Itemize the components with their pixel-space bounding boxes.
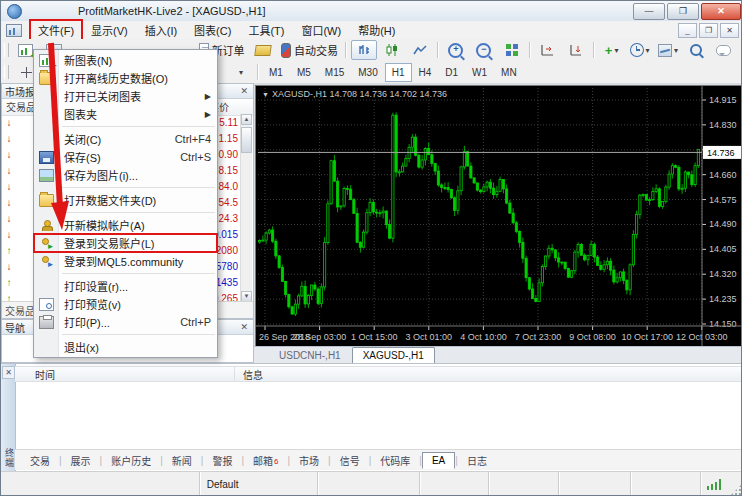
toolbar-grip[interactable] bbox=[4, 43, 9, 57]
line-chart-button[interactable] bbox=[407, 40, 433, 60]
mailbox-button[interactable] bbox=[250, 40, 276, 60]
chat-button[interactable] bbox=[711, 40, 737, 60]
terminal-tab[interactable]: 代码库 bbox=[371, 451, 419, 470]
terminal-close-icon[interactable]: ✕ bbox=[2, 366, 15, 379]
file-menu-item[interactable]: 开新模拟帐户(A) bbox=[34, 216, 217, 234]
terminal-tab[interactable]: 邮箱6 bbox=[244, 451, 287, 470]
file-menu-item[interactable]: 打开离线历史数据(O) bbox=[34, 69, 217, 87]
down-arrow-icon: ↓ bbox=[2, 213, 16, 224]
menu-separator bbox=[34, 331, 217, 338]
svg-text:14.736: 14.736 bbox=[707, 148, 735, 158]
menu-item[interactable]: 文件(F) bbox=[30, 20, 82, 40]
menu-item[interactable]: 显示(V) bbox=[83, 20, 136, 40]
terminal-col-time[interactable]: 时间 bbox=[15, 366, 235, 382]
file-menu-item[interactable]: 登录到交易账户(L) bbox=[34, 234, 217, 252]
menu-item[interactable]: 窗口(W) bbox=[293, 20, 349, 40]
file-menu-item[interactable]: 保存为图片(i)... bbox=[34, 166, 217, 184]
navigator-close-icon[interactable]: ✕ bbox=[238, 322, 250, 332]
svg-text:7 Oct 23:00: 7 Oct 23:00 bbox=[515, 332, 562, 342]
indicators-button[interactable]: +▾ bbox=[599, 40, 625, 60]
terminal-tab[interactable]: 交易 bbox=[21, 451, 59, 470]
file-menu-item[interactable]: 打开已关闭图表▶ bbox=[34, 87, 217, 105]
timeframe-H4[interactable]: H4 bbox=[412, 63, 439, 82]
bid-price: 24.3 bbox=[219, 213, 241, 224]
terminal-tab[interactable]: 账户历史 bbox=[102, 451, 160, 470]
timeframe-D1[interactable]: D1 bbox=[438, 63, 465, 82]
terminal-tab[interactable]: 日志 bbox=[458, 451, 496, 470]
timeframe-H1[interactable]: H1 bbox=[385, 63, 412, 82]
file-menu-item[interactable]: 新图表(N) bbox=[34, 51, 217, 69]
market-watch-close-icon[interactable]: ✕ bbox=[238, 86, 250, 96]
child-minimize-button[interactable]: _ bbox=[678, 23, 697, 38]
terminal-tab[interactable]: 信号 bbox=[331, 451, 369, 470]
app-icon bbox=[7, 4, 22, 19]
file-menu-item[interactable]: 打印(P)...Ctrl+P bbox=[34, 313, 217, 331]
chart-tab[interactable]: USDCNH-,H1 bbox=[268, 347, 352, 363]
timeframe-M30[interactable]: M30 bbox=[351, 63, 384, 82]
file-menu-item-label: 退出(x) bbox=[64, 339, 99, 355]
svg-text:3 Oct 01:00: 3 Oct 01:00 bbox=[406, 332, 453, 342]
file-menu-item[interactable]: 打印预览(v) bbox=[34, 295, 217, 313]
file-menu-item[interactable]: 保存(S)Ctrl+S bbox=[34, 148, 217, 166]
chart-shift-button[interactable] bbox=[535, 40, 561, 60]
terminal-col-message[interactable]: 信息 bbox=[235, 366, 742, 382]
chart-tab[interactable]: XAGUSD-,H1 bbox=[352, 347, 435, 363]
menu-item[interactable]: 插入(I) bbox=[137, 20, 185, 40]
timeframe-W1[interactable]: W1 bbox=[465, 63, 494, 82]
chart-plot-area[interactable]: 26 Sep 201828 Sep 03:001 Oct 15:003 Oct … bbox=[255, 85, 742, 347]
child-restore-button[interactable]: ❐ bbox=[699, 23, 718, 38]
terminal-tab[interactable]: 展示 bbox=[62, 451, 100, 470]
file-menu-item[interactable]: 图表夹▶ bbox=[34, 105, 217, 123]
candlestick-button[interactable] bbox=[379, 40, 405, 60]
status-cell-empty bbox=[1, 472, 200, 496]
file-menu-item[interactable]: 打印设置(r)... bbox=[34, 277, 217, 295]
terminal-tab[interactable]: 警报 bbox=[203, 451, 241, 470]
restore-button[interactable]: ❐ bbox=[667, 3, 699, 20]
minimize-button[interactable]: — bbox=[633, 3, 665, 20]
lines-dropdown-button[interactable]: ▾ bbox=[227, 62, 253, 82]
toolbar-grip[interactable] bbox=[4, 65, 9, 79]
menu-item[interactable]: 图表(C) bbox=[186, 20, 239, 40]
autotrade-button[interactable]: 自动交易 bbox=[278, 40, 341, 60]
terminal-tab-bar: 交易|展示|账户历史|新闻|警报|邮箱6|市场|信号|代码库|EA|日志 bbox=[15, 449, 742, 470]
file-menu-item-label: 打开离线历史数据(O) bbox=[64, 70, 168, 86]
candlestick-chart[interactable]: 26 Sep 201828 Sep 03:001 Oct 15:003 Oct … bbox=[256, 86, 742, 346]
child-close-button[interactable]: ✕ bbox=[720, 23, 739, 38]
file-menu-item-label: 保存为图片(i)... bbox=[64, 167, 138, 183]
templates-button[interactable]: ▾ bbox=[655, 40, 681, 60]
file-menu-item[interactable]: 退出(x) bbox=[34, 338, 217, 356]
file-menu-dropdown: 新图表(N)打开离线历史数据(O)打开已关闭图表▶图表夹▶关闭(C)Ctrl+F… bbox=[33, 49, 218, 358]
file-menu-item[interactable]: 关闭(C)Ctrl+F4 bbox=[34, 130, 217, 148]
bar-chart-button[interactable] bbox=[351, 40, 377, 60]
scroll-thumb[interactable] bbox=[241, 127, 252, 153]
close-button[interactable]: ✕ bbox=[701, 3, 741, 20]
periods-button[interactable]: ▾ bbox=[627, 40, 653, 60]
file-menu-item-label: 关闭(C) bbox=[64, 131, 101, 147]
terminal-tab[interactable]: 新闻 bbox=[163, 451, 201, 470]
printer-icon bbox=[34, 316, 58, 329]
market-watch-scrollbar[interactable]: ▲ ▼ bbox=[240, 114, 252, 302]
svg-text:4 Oct 10:00: 4 Oct 10:00 bbox=[460, 332, 507, 342]
terminal-tab[interactable]: 市场 bbox=[290, 451, 328, 470]
image-icon bbox=[34, 169, 58, 182]
zoom-out-button[interactable]: − bbox=[471, 40, 497, 60]
search-icon bbox=[690, 44, 702, 56]
menu-item[interactable]: 工具(T) bbox=[240, 20, 292, 40]
timeframe-M5[interactable]: M5 bbox=[290, 63, 318, 82]
search-button[interactable] bbox=[683, 40, 709, 60]
file-menu-item-label: 图表夹 bbox=[64, 106, 97, 122]
file-menu-item[interactable]: 打开数据文件夹(D) bbox=[34, 191, 217, 209]
tile-windows-button[interactable] bbox=[499, 40, 525, 60]
timeframe-M15[interactable]: M15 bbox=[318, 63, 351, 82]
timeframe-MN[interactable]: MN bbox=[494, 63, 524, 82]
submenu-arrow-icon: ▶ bbox=[205, 110, 211, 119]
file-menu-item[interactable]: 登录到MQL5.community bbox=[34, 252, 217, 270]
auto-scroll-button[interactable] bbox=[563, 40, 589, 60]
zoom-in-button[interactable]: + bbox=[443, 40, 469, 60]
timeframe-M1[interactable]: M1 bbox=[262, 63, 290, 82]
menu-bar-items: 文件(F)显示(V)插入(I)图表(C)工具(T)窗口(W)帮助(H) bbox=[30, 20, 404, 40]
shortcut-label: Ctrl+P bbox=[180, 316, 211, 328]
terminal-tab[interactable]: EA bbox=[422, 452, 455, 469]
menu-item[interactable]: 帮助(H) bbox=[350, 20, 403, 40]
scroll-up-icon[interactable]: ▲ bbox=[241, 114, 252, 125]
